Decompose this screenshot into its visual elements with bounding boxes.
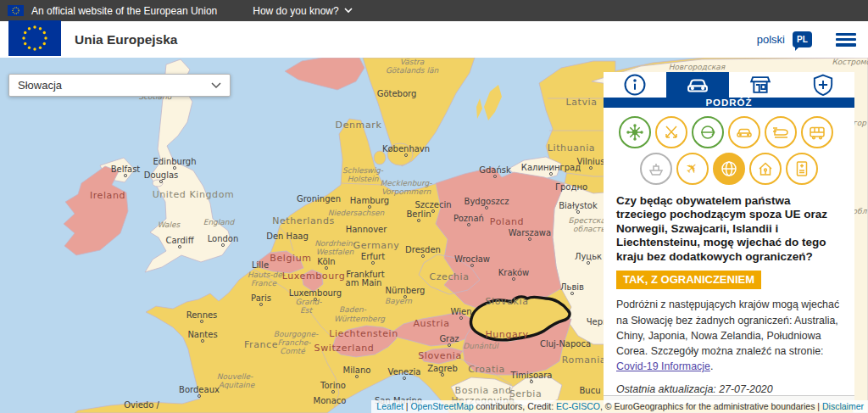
- world-icon[interactable]: [713, 153, 745, 185]
- language-link[interactable]: polski: [757, 33, 785, 46]
- svg-text:Romania: Romania: [562, 354, 606, 366]
- svg-text:København: København: [382, 144, 430, 153]
- menu-icon[interactable]: [836, 33, 856, 47]
- svg-text:Göteborg: Göteborg: [377, 89, 417, 98]
- svg-text:Oviedo /: Oviedo /: [124, 400, 159, 410]
- plane-icon[interactable]: ✈: [676, 153, 709, 185]
- storefront-icon: [748, 73, 772, 97]
- covid19-info-link[interactable]: Covid-19 Informacje: [616, 360, 710, 372]
- ship-icon[interactable]: [640, 153, 672, 185]
- svg-text:Zagreb: Zagreb: [427, 364, 458, 373]
- svg-text:Berlin: Berlin: [406, 209, 431, 219]
- site-header: Unia Europejska polski PL: [0, 21, 868, 58]
- country-selector-value: Słowacja: [18, 79, 62, 92]
- svg-text:United Kingdom: United Kingdom: [153, 189, 235, 200]
- svg-text:Torino: Torino: [320, 381, 346, 390]
- svg-text:Wrocław: Wrocław: [454, 254, 490, 264]
- svg-text:Groningen: Groningen: [297, 194, 341, 204]
- svg-text:Vorpommern: Vorpommern: [381, 187, 431, 196]
- svg-text:Bordeaux: Bordeaux: [179, 385, 220, 394]
- map-attribution: Leaflet | OpenStreetMap contributors, Cr…: [371, 400, 868, 413]
- svg-text:Nürnberg: Nürnberg: [386, 286, 426, 295]
- tab-travel[interactable]: [666, 72, 729, 98]
- bus-icon[interactable]: [801, 116, 833, 148]
- svg-text:Niedersachsen: Niedersachsen: [328, 209, 385, 217]
- panel-tabs: [604, 72, 854, 98]
- svg-text:Czechia: Czechia: [429, 271, 469, 282]
- svg-text:Bydgoszcz: Bydgoszcz: [465, 197, 509, 206]
- transport-icon-grid: ✈: [604, 108, 854, 185]
- svg-text:гор: гор: [853, 119, 867, 127]
- svg-text:Liechtenstein: Liechtenstein: [329, 328, 398, 339]
- tab-services[interactable]: [729, 72, 792, 98]
- tab-health[interactable]: [792, 72, 854, 98]
- chevron-down-icon: [211, 82, 221, 89]
- answer-text: Podróżni z następujących krajów mogą wje…: [616, 297, 842, 374]
- how-do-you-know-link[interactable]: How do you know?: [253, 5, 352, 17]
- svg-text:France: France: [244, 339, 278, 350]
- svg-text:Germany: Germany: [353, 240, 400, 251]
- svg-text:Netherlands: Netherlands: [272, 215, 335, 226]
- official-banner-text: An official website of the European Unio…: [31, 5, 217, 17]
- svg-text:Luxembourg: Luxembourg: [282, 271, 346, 282]
- svg-text:Костромс: Костромс: [832, 58, 868, 66]
- crossed-arrows-icon[interactable]: [655, 116, 687, 148]
- svg-text:Vilnius: Vilnius: [577, 157, 605, 166]
- svg-text:Edinburgh: Edinburgh: [153, 157, 196, 166]
- svg-text:Hauts-de-: Hauts-de-: [248, 271, 286, 279]
- country-selector[interactable]: Słowacja: [8, 74, 231, 97]
- disclaimer-link[interactable]: Disclaimer: [822, 401, 864, 411]
- svg-text:Гродно: Гродно: [555, 182, 587, 192]
- svg-text:Львів: Львів: [560, 282, 584, 292]
- svg-text:Holstein: Holstein: [348, 175, 379, 183]
- svg-text:Mecklenburg-: Mecklenburg-: [380, 179, 432, 187]
- map-region-poland: [436, 167, 565, 308]
- svg-text:Bourgogne-: Bourgogne-: [274, 330, 319, 338]
- leaflet-link[interactable]: Leaflet: [376, 401, 403, 411]
- last-update: Ostatnia aktualizacja: 27-07-2020: [616, 383, 842, 395]
- svg-text:Franche-: Franche-: [278, 338, 312, 347]
- svg-text:Monaco: Monaco: [314, 396, 347, 405]
- svg-text:Slovenia: Slovenia: [418, 350, 462, 361]
- health-shield-icon: [811, 73, 835, 97]
- svg-text:Bucu: Bucu: [579, 386, 600, 395]
- health-measures-icon[interactable]: [619, 116, 651, 148]
- svg-text:Nantes: Nantes: [187, 330, 217, 339]
- svg-text:Grand-: Grand-: [296, 298, 323, 306]
- svg-text:Baden-: Baden-: [339, 305, 367, 314]
- health-document-icon[interactable]: [786, 153, 818, 185]
- train-icon[interactable]: [765, 116, 797, 148]
- svg-text:Wales: Wales: [158, 220, 181, 229]
- info-icon: [623, 73, 647, 97]
- svg-text:Venezia: Venezia: [388, 367, 421, 377]
- accommodation-icon[interactable]: [749, 153, 782, 185]
- language-badge[interactable]: PL: [793, 31, 812, 47]
- osm-link[interactable]: OpenStreetMap: [410, 401, 473, 411]
- svg-text:London: London: [208, 234, 239, 243]
- svg-text:Dunántúl: Dunántúl: [463, 342, 499, 350]
- svg-text:Westfalen: Westfalen: [316, 248, 354, 256]
- travel-question: Czy będąc obywatelem państwa trzeciego p…: [616, 194, 842, 264]
- map-region-norway: [285, 58, 364, 90]
- svg-text:Serbia: Serbia: [509, 388, 542, 399]
- ecgisco-link[interactable]: EC-GISCO: [556, 401, 600, 411]
- svg-text:Nordrhein-: Nordrhein-: [314, 239, 355, 248]
- svg-text:Lille: Lille: [252, 260, 269, 270]
- svg-text:Nouvelle-: Nouvelle-: [217, 372, 253, 381]
- eu-flag-logo[interactable]: [8, 20, 61, 59]
- svg-text:обл: обл: [853, 207, 868, 215]
- svg-text:Timișoara: Timișoara: [510, 371, 553, 381]
- svg-text:Luxembourg: Luxembourg: [289, 288, 342, 298]
- svg-text:Comté: Comté: [280, 347, 306, 355]
- svg-text:Aquitaine: Aquitaine: [219, 381, 256, 389]
- border-crossing-icon[interactable]: [692, 116, 724, 148]
- official-banner: An official website of the European Unio…: [0, 0, 868, 21]
- svg-text:Szczecin: Szczecin: [415, 200, 451, 209]
- svg-text:Est: Est: [300, 306, 313, 315]
- svg-text:Douglas: Douglas: [144, 170, 179, 180]
- svg-text:Götalands län: Götalands län: [386, 66, 439, 75]
- car-icon[interactable]: [728, 116, 760, 148]
- site-title: Unia Europejska: [75, 32, 177, 47]
- tab-info[interactable]: [604, 72, 666, 98]
- svg-text:Новгородская: Новгородская: [669, 63, 726, 71]
